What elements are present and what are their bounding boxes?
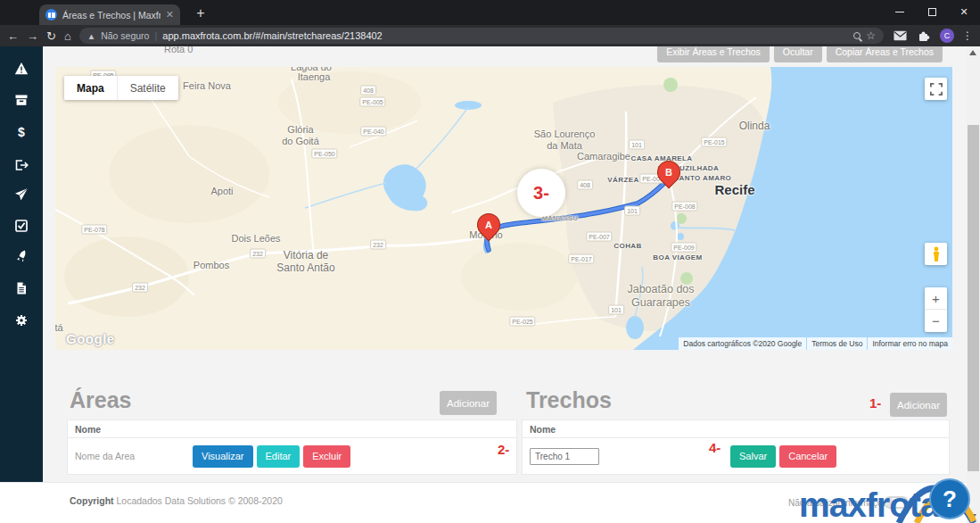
check-square-icon[interactable] [14, 219, 29, 233]
security-label: Não seguro [101, 30, 149, 41]
scrollbar-up-icon[interactable] [969, 50, 976, 55]
zoom-page-icon[interactable] [853, 32, 861, 39]
document-icon[interactable] [14, 281, 29, 295]
minimize-button[interactable] [884, 0, 916, 24]
zoom-control: + − [925, 287, 947, 332]
alerts-warning-icon[interactable] [14, 62, 29, 76]
reload-icon[interactable]: ↻ [46, 30, 56, 42]
report-error-link[interactable]: Informar erro no mapa [868, 337, 952, 350]
road-shield-label: 232 [250, 249, 266, 259]
areas-title: Áreas [70, 387, 132, 413]
tab-title: Áreas e Trechos | Maxfrota [62, 10, 161, 21]
terms-link[interactable]: Termos de Uso [807, 337, 867, 350]
browser-window: Áreas e Trechos | Maxfrota ✕ + ✕ ← → ↻ ⌂… [0, 0, 980, 523]
map-type-satellite-button[interactable]: Satélite [117, 76, 178, 100]
home-icon[interactable]: ⌂ [64, 30, 71, 42]
profile-avatar[interactable]: C [940, 29, 954, 43]
copyright-text: Copyright Locadados Data Solutions © 200… [70, 495, 283, 506]
google-map[interactable]: Feira NovaLagoa doItaengaGlória do Goitá… [55, 67, 952, 350]
browser-tab[interactable]: Áreas e Trechos | Maxfrota ✕ [39, 4, 180, 25]
road-shield-label: PE-078 [81, 225, 107, 235]
hide-button[interactable]: Ocultar [774, 46, 822, 62]
trechos-table-row: Salvar Cancelar [523, 438, 949, 474]
area-name-cell: Nome da Area [75, 451, 135, 461]
address-bar[interactable]: ▲ Não seguro | app.maxfrota.com.br/#/mai… [79, 28, 884, 44]
view-area-button[interactable]: Visualizar [193, 445, 253, 468]
help-button[interactable]: ? [929, 478, 970, 519]
not-secure-icon: ▲ [87, 31, 95, 41]
close-button[interactable]: ✕ [948, 0, 980, 24]
forward-icon[interactable]: → [27, 30, 38, 42]
road-shield-label: 232 [132, 283, 148, 293]
send-plane-icon[interactable] [14, 187, 29, 202]
bookmark-star-icon[interactable]: ☆ [866, 29, 876, 42]
edit-area-button[interactable]: Editar [257, 445, 301, 468]
billing-dollar-icon[interactable]: $ [14, 125, 29, 139]
area-row-actions: Visualizar Editar Excluir [193, 445, 350, 468]
new-tab-button[interactable]: + [191, 4, 210, 23]
map-header-buttons: Exibir Áreas e Trechos Ocultar Copiar Ár… [657, 46, 943, 62]
road-shield-label: 408 [577, 180, 593, 190]
show-areas-trechos-button[interactable]: Exibir Áreas e Trechos [657, 46, 770, 62]
fullscreen-button[interactable] [925, 78, 947, 100]
map-type-map-button[interactable]: Mapa [64, 76, 117, 100]
zoom-in-button[interactable]: + [925, 287, 947, 310]
map-marker-b[interactable]: B [657, 161, 680, 184]
pegman-streetview-icon[interactable] [925, 243, 947, 265]
copy-areas-trechos-button[interactable]: Copiar Áreas e Trechos [827, 46, 943, 62]
trecho-row-actions: Salvar Cancelar [730, 445, 836, 468]
site-favicon-icon [45, 9, 57, 21]
tab-close-icon[interactable]: ✕ [166, 9, 174, 21]
road-shield-label: PE-008 [671, 202, 697, 212]
road-shield-label: PE-015 [701, 137, 727, 147]
sign-out-icon[interactable] [14, 158, 29, 172]
attribution-text: Dados cartográficos ©2020 Google [679, 337, 806, 350]
zoom-out-button[interactable]: − [925, 310, 947, 332]
road-shield-label: 232 [370, 240, 386, 250]
annotation-2: 2- [498, 442, 509, 457]
road-shield-label: 101 [629, 140, 645, 150]
archive-box-icon[interactable] [14, 93, 29, 107]
maximize-button[interactable] [916, 0, 948, 24]
page-scrollbar[interactable] [967, 46, 980, 523]
annotation-4: 4- [709, 440, 721, 455]
maxfrota-logo-text: maxfrota [799, 486, 939, 523]
save-trecho-button[interactable]: Salvar [730, 445, 776, 468]
road-shield-label: 408 [360, 86, 376, 95]
browser-toolbar: ← → ↻ ⌂ ▲ Não seguro | app.maxfrota.com.… [0, 25, 980, 46]
road-shield-label: PE-009 [671, 243, 696, 253]
back-icon[interactable]: ← [7, 30, 19, 42]
areas-add-button[interactable]: Adicionar [440, 391, 497, 415]
road-shield-label: PE-007 [586, 232, 612, 242]
app-page: $ Rota 0 Exibir Áreas e Trechos [0, 46, 980, 523]
window-controls: ✕ [884, 0, 980, 24]
areas-table-row: Nome da Area Visualizar Editar Excluir [68, 438, 516, 474]
mail-extension-icon[interactable] [892, 30, 908, 41]
google-watermark: Google [66, 331, 115, 346]
extensions-puzzle-icon[interactable] [916, 29, 932, 42]
annotation-1: 1- [869, 395, 881, 411]
trechos-table: Nome Salvar Cancelar [522, 419, 950, 475]
omnibox-divider: | [154, 30, 157, 41]
map-attribution: Dados cartográficos ©2020 Google Termos … [678, 337, 952, 350]
scrollbar-thumb[interactable] [968, 125, 979, 471]
road-shield-label: PE-025 [509, 317, 535, 327]
road-shield-label: PE-040 [360, 127, 386, 137]
trechos-add-button[interactable]: Adicionar [890, 393, 947, 417]
app-sidebar: $ [0, 46, 43, 523]
menu-kebab-icon[interactable]: ⋮ [962, 29, 973, 42]
rocket-icon[interactable] [14, 250, 29, 264]
trecho-name-input[interactable] [530, 448, 599, 465]
cancel-trecho-button[interactable]: Cancelar [779, 445, 836, 468]
map-marker-a[interactable]: A [477, 213, 500, 237]
map-shields-layer: PE-095408PE-005PE-040PE-050PE-0782322322… [55, 67, 952, 350]
areas-table: Nome Nome da Area Visualizar Editar Excl… [67, 419, 517, 475]
trechos-column-header: Nome [523, 420, 949, 438]
delete-area-button[interactable]: Excluir [303, 445, 350, 468]
road-shield-label: PE-017 [568, 254, 594, 264]
road-shield-label: PE-005 [359, 97, 385, 107]
settings-gear-icon[interactable] [14, 313, 29, 328]
areas-column-header: Nome [68, 420, 516, 438]
url-text: app.maxfrota.com.br/#/main/stretchareas/… [162, 30, 848, 41]
road-shield-label: PE-050 [311, 149, 337, 159]
